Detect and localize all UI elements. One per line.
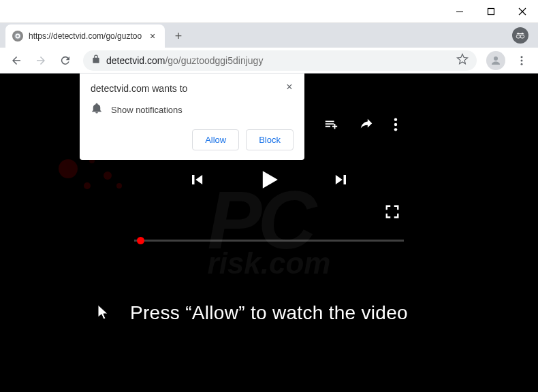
player-menu-icon[interactable] xyxy=(393,117,398,135)
block-button[interactable]: Block xyxy=(246,129,294,150)
svg-rect-1 xyxy=(488,8,494,14)
profile-avatar[interactable] xyxy=(486,51,505,70)
browser-tab[interactable]: https://detectvid.com/go/guztoo × xyxy=(5,24,165,48)
url-path: /go/guztoodggi5dinjugy xyxy=(165,55,263,66)
browser-menu-button[interactable] xyxy=(511,50,533,71)
bell-icon xyxy=(91,102,103,117)
bookmark-star-icon[interactable] xyxy=(456,53,469,67)
tab-title: https://detectvid.com/go/guztoo xyxy=(29,31,142,41)
window-minimize-button[interactable] xyxy=(444,0,475,23)
tab-favicon xyxy=(12,31,23,42)
svg-point-18 xyxy=(116,183,122,189)
svg-point-16 xyxy=(104,172,112,180)
address-bar[interactable]: detectvid.com/go/guztoodggi5dinjugy xyxy=(83,50,477,71)
notification-permission-prompt: × detectvid.com wants to Show notificati… xyxy=(80,74,304,160)
watermark-domain: risk.com xyxy=(208,246,331,280)
svg-point-20 xyxy=(394,123,397,126)
browser-toolbar: detectvid.com/go/guztoodggi5dinjugy xyxy=(0,48,538,74)
allow-button[interactable]: Allow xyxy=(192,129,239,150)
svg-point-19 xyxy=(394,118,397,120)
progress-thumb[interactable] xyxy=(137,237,144,244)
previous-track-icon[interactable] xyxy=(187,170,206,192)
svg-point-14 xyxy=(59,159,78,178)
prompt-close-button[interactable]: × xyxy=(283,80,296,94)
instruction-text: Press “Allow” to watch the video xyxy=(0,302,538,324)
svg-point-12 xyxy=(521,59,523,61)
share-icon[interactable] xyxy=(358,117,375,135)
page-content: PC risk.com xyxy=(0,74,538,392)
add-to-playlist-icon[interactable] xyxy=(322,117,340,135)
prompt-body: Show notifications xyxy=(111,105,183,115)
window-close-button[interactable] xyxy=(507,0,538,23)
mouse-cursor xyxy=(97,304,110,321)
svg-point-11 xyxy=(521,56,523,58)
url-text: detectvid.com/go/guztoodggi5dinjugy xyxy=(106,55,451,66)
new-tab-button[interactable]: + xyxy=(169,27,188,46)
window-titlebar xyxy=(0,0,538,23)
svg-point-8 xyxy=(520,35,524,38)
fullscreen-icon[interactable] xyxy=(385,204,400,222)
progress-bar[interactable] xyxy=(134,240,404,242)
svg-point-10 xyxy=(494,56,498,61)
svg-point-13 xyxy=(521,63,523,65)
next-track-icon[interactable] xyxy=(332,170,351,192)
tab-strip: https://detectvid.com/go/guztoo × + xyxy=(0,23,538,48)
play-icon[interactable] xyxy=(254,165,284,197)
tab-close-button[interactable]: × xyxy=(147,31,158,42)
svg-point-17 xyxy=(84,182,91,189)
lock-icon xyxy=(91,54,101,66)
prompt-title: detectvid.com wants to xyxy=(91,83,294,94)
svg-point-6 xyxy=(16,35,19,37)
back-button[interactable] xyxy=(5,50,27,71)
forward-button[interactable] xyxy=(30,50,52,71)
window-maximize-button[interactable] xyxy=(475,0,507,23)
incognito-indicator[interactable] xyxy=(512,27,528,44)
svg-point-7 xyxy=(516,35,520,38)
url-host: detectvid.com xyxy=(106,55,165,66)
svg-point-21 xyxy=(394,128,397,131)
reload-button[interactable] xyxy=(54,50,76,71)
